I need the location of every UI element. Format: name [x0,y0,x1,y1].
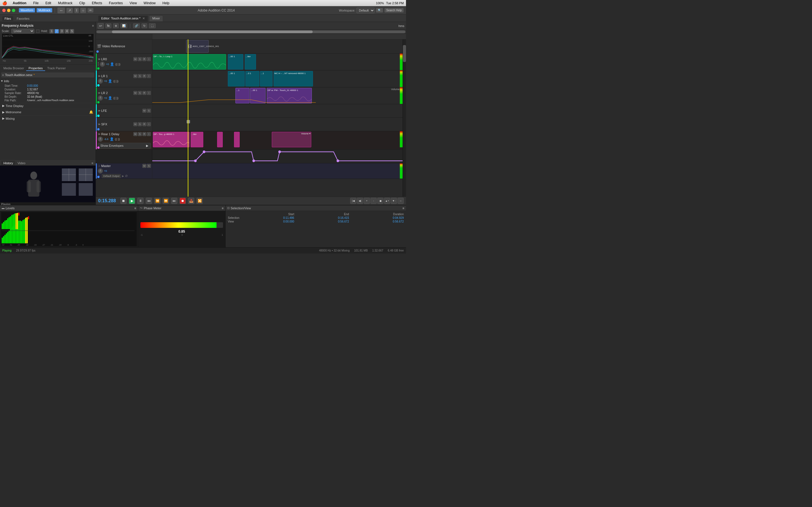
skip-to-end-button[interactable]: ⏭ [171,198,177,204]
lr0-clip-2[interactable]: ...00 1 [228,54,243,69]
mixing-section[interactable]: ▶ Mixing [1,115,94,121]
effects-button[interactable]: fx [105,23,111,28]
pause-button[interactable]: ⏸ [137,198,144,204]
lr1-clip-3[interactable]: ...1 [260,71,273,87]
rear1-solo-button[interactable]: S [138,132,142,136]
lr2-input-button[interactable]: I [147,91,151,95]
lr2-record-button[interactable]: R [142,91,146,95]
menu-view[interactable]: View [129,1,138,5]
lr0-track-content[interactable]: DP – To...\- Loop 1 ...00 1 ...tter [152,54,403,70]
record-button[interactable]: ⏺ [180,198,186,204]
app-menu-audition[interactable]: Audition [11,1,28,5]
fast-forward-button[interactable]: ⏩ [163,198,169,204]
menu-edit[interactable]: Edit [44,1,52,5]
history-tab[interactable]: History [1,161,15,165]
zoom-waveform-in-button[interactable]: ▲+ [384,198,390,204]
hold-btn-3[interactable]: 3 [59,29,64,34]
video-clip-a001[interactable]: 🎞 A001_C007_1209GS_001 [186,40,209,53]
lr2-clip-1[interactable]: ...1 [236,88,250,103]
zoom-waveform-out-button[interactable]: ▼- [391,198,397,204]
rear1-input-button[interactable]: I [147,132,151,136]
selection-panel-menu-icon[interactable]: ≡ [403,207,404,210]
menu-help[interactable]: Help [161,1,170,5]
snap-button[interactable]: 🔗 [133,23,140,28]
lr1-input-button[interactable]: I [147,74,151,78]
stop-button[interactable]: ⏹ [120,198,126,204]
hold-btn-4[interactable]: 4 [64,29,69,34]
freq-copy-button[interactable] [36,30,40,33]
scroll-thumb[interactable] [112,31,313,33]
levels-panel-menu-icon[interactable]: ≡ [135,207,136,210]
files-tab[interactable]: Files [2,16,13,21]
zoom-out-time-button[interactable]: ◀| [357,198,363,204]
rear1-clip-5[interactable]: Volume ▾ [272,132,311,147]
master-solo-button[interactable]: S [147,164,151,168]
add-track-button[interactable]: ⊕ [113,23,119,28]
lr1-mute-button[interactable]: M [133,74,137,78]
rear1-clip-2[interactable]: ...tter [191,132,203,147]
waveform-mode-button[interactable]: Waveform [18,8,35,13]
media-browser-tab[interactable]: Media Browser [1,66,26,71]
scale-select[interactable]: Linear Logarithmic [11,29,35,34]
editor-tab-close[interactable]: ✕ [142,17,145,20]
lr1-clip-4[interactable]: MC H – ...NT removed 48000 1 [273,71,313,87]
lr1-solo-button[interactable]: S [138,74,142,78]
default-output-button[interactable]: Default Output [102,174,121,178]
lfe-mute-button[interactable]: M [142,109,146,113]
sfx-input-button[interactable]: I [147,122,151,126]
loop-toggle-button[interactable]: 🔀 [197,198,203,204]
sfx-mute-button[interactable]: M [133,122,137,126]
track-panner-tab[interactable]: Track Panner [45,66,68,71]
play-button[interactable]: ▶ [129,198,135,204]
lr0-record-button[interactable]: R [142,57,146,61]
select-tool-button[interactable]: ↗ [66,8,73,13]
lr2-clip-2[interactable]: ...00 1 [250,88,266,103]
hold-btn-2[interactable]: 2 [54,29,59,34]
menu-favorites[interactable]: Favorites [108,1,124,5]
lr0-mute-button[interactable]: M [133,57,137,61]
lr2-track-content[interactable]: Volume▾ ...1 ...00 1 DP w. PW - Touch_01… [152,87,403,104]
workspace-select[interactable]: Default [356,8,375,13]
rear1-clip-3[interactable] [217,132,223,147]
hold-btn-5[interactable]: 5 [70,29,74,34]
rear1-record-button[interactable]: R [142,132,146,136]
video-panel-menu-icon[interactable]: ≡ [91,161,94,165]
menu-multitrack[interactable]: Multitrack [57,1,73,5]
master-mute-button[interactable]: M [142,164,146,168]
lr1-clip-2[interactable]: ...0 1 [245,71,259,87]
lr0-clip-1[interactable]: DP – To...\- Loop 1 [153,54,226,69]
menu-file[interactable]: File [32,1,40,5]
multitrack-mode-button[interactable]: Multitrack [36,8,52,13]
rear1-track-content[interactable]: DP - Tou...p 48000 1 0:11:1t ...tter [152,131,403,149]
lr1-clip-1[interactable]: ...00 1 [228,71,245,87]
menu-effects[interactable]: Effects [91,1,103,5]
lr0-clip-3[interactable]: ...tter [245,54,256,69]
lfe-solo-button[interactable]: S [147,109,151,113]
lr0-input-button[interactable]: I [147,57,151,61]
search-help-button[interactable]: Search Help [384,8,404,13]
favorites-tab[interactable]: Favorites [14,16,32,21]
lr1-track-content[interactable]: ...00 1 ...0 1 ...1 MC H – ...NT removed… [152,70,403,87]
apple-menu[interactable]: 🍎 [2,1,7,5]
editor-tab[interactable]: Editor: Touch Audition.sesx * ✕ [98,15,148,21]
rewind-button[interactable]: ⏪ [154,198,160,204]
lr2-mute-button[interactable]: M [133,91,137,95]
touch-audition-file[interactable]: ≡ Touch Audition.sesx * [1,72,94,77]
lr0-solo-button[interactable]: S [138,57,142,61]
zoom-in-time-button[interactable]: |◀ [350,198,356,204]
sfx-record-button[interactable]: R [142,122,146,126]
lasso-tool-button[interactable]: ○ [80,8,86,13]
lr1-volume-knob[interactable] [98,78,103,83]
search-workspace-button[interactable]: 🔍 [376,8,383,13]
sfx-track-content[interactable] [152,118,403,131]
rear1-clip-4[interactable] [234,132,240,147]
lr0-volume-knob[interactable] [100,62,105,67]
lr1-record-button[interactable]: R [142,74,146,78]
loop-button[interactable]: ↻ [142,23,147,28]
menu-window[interactable]: Window [142,1,157,5]
mixer-tab[interactable]: Mixer [149,15,163,21]
zoom-in-freq-button[interactable]: + [364,198,370,204]
time-select-button[interactable]: I [74,8,79,13]
hold-btn-1[interactable]: 1 [49,29,54,34]
rear1-volume-knob[interactable] [98,136,103,142]
